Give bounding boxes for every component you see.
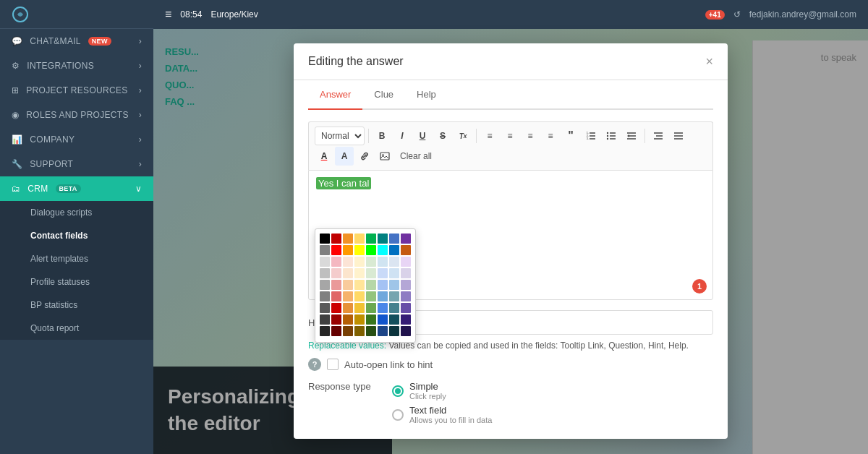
color-swatch[interactable] [389,245,399,255]
color-swatch[interactable] [320,245,330,255]
indent-right-button[interactable] [669,127,688,145]
color-swatch[interactable] [366,326,376,336]
color-swatch[interactable] [354,303,365,313]
color-swatch[interactable] [331,257,341,267]
color-swatch[interactable] [389,268,399,278]
align-center-button[interactable]: ≡ [501,127,519,145]
color-swatch[interactable] [378,291,388,301]
sidebar-item-chat-mail[interactable]: 💬 CHAT&MAIL NEW › [0,29,153,53]
image-button[interactable] [375,147,394,166]
radio-text-field[interactable] [392,409,404,421]
sidebar-sub-profile-statuses[interactable]: Profile statuses [0,270,153,294]
font-bg-button[interactable]: A [335,147,354,166]
color-swatch[interactable] [320,314,330,325]
color-swatch[interactable] [343,257,353,267]
justify-button[interactable]: ≡ [541,127,560,145]
sidebar-sub-dialogue-scripts[interactable]: Dialogue scripts [0,201,153,224]
color-swatch[interactable] [366,234,376,244]
radio-simple[interactable] [392,385,404,397]
color-swatch[interactable] [354,245,365,255]
indent-left-button[interactable] [649,127,668,145]
color-swatch[interactable] [343,245,353,255]
strikethrough-button[interactable]: S [433,127,452,145]
auto-open-checkbox[interactable] [327,359,339,370]
ol-button[interactable]: 1.2.3. [582,127,600,145]
color-swatch[interactable] [331,280,341,290]
blockquote-button[interactable]: " [561,127,580,145]
color-swatch[interactable] [331,234,341,244]
color-swatch[interactable] [331,268,341,278]
sidebar-sub-bp-statistics[interactable]: BP statistics [0,294,153,317]
color-swatch[interactable] [389,303,399,313]
link-button[interactable] [355,147,374,166]
editor-area[interactable]: Yes I can tal 1 [308,170,713,300]
hamburger-icon[interactable]: ≡ [165,8,171,21]
color-swatch[interactable] [401,280,411,290]
color-swatch[interactable] [401,326,411,336]
color-swatch[interactable] [378,303,388,313]
color-swatch[interactable] [331,291,341,301]
color-swatch[interactable] [354,291,365,301]
color-swatch[interactable] [320,268,330,278]
format-select[interactable]: Normal [315,127,365,145]
color-swatch[interactable] [354,280,365,290]
color-swatch[interactable] [366,314,376,325]
color-swatch[interactable] [366,268,376,278]
color-swatch[interactable] [401,257,411,267]
color-swatch[interactable] [378,257,388,267]
color-swatch[interactable] [343,234,353,244]
color-swatch[interactable] [366,291,376,301]
color-swatch[interactable] [401,234,411,244]
color-swatch[interactable] [366,245,376,255]
color-swatch[interactable] [366,257,376,267]
sidebar-item-integrations[interactable]: ⚙ INTEGRATIONS › [0,53,153,78]
color-swatch[interactable] [354,257,365,267]
color-swatch[interactable] [320,257,330,267]
color-swatch[interactable] [354,268,365,278]
color-swatch[interactable] [320,326,330,336]
color-swatch[interactable] [354,234,365,244]
sidebar-item-support[interactable]: 🔧 SUPPORT › [0,152,153,176]
outdent-button[interactable] [622,127,641,145]
color-swatch[interactable] [343,268,353,278]
sidebar-sub-alert-templates[interactable]: Alert templates [0,247,153,270]
tab-answer[interactable]: Answer [308,80,362,110]
underline-button[interactable]: U [413,127,432,145]
color-swatch[interactable] [389,257,399,267]
color-swatch[interactable] [389,314,399,325]
color-swatch[interactable] [378,245,388,255]
color-swatch[interactable] [378,280,388,290]
response-option-text-field[interactable]: Text field Allows you to fill in data [392,405,492,424]
color-swatch[interactable] [401,314,411,325]
sidebar-item-project-resources[interactable]: ⊞ PROJECT RESOURCES › [0,78,153,103]
color-swatch[interactable] [378,326,388,336]
sidebar-sub-quota-report[interactable]: Quota report [0,317,153,340]
clear-all-button[interactable]: Clear all [396,150,436,163]
hint-link-input[interactable] [392,310,713,335]
color-swatch[interactable] [320,291,330,301]
color-swatch[interactable] [366,303,376,313]
color-swatch[interactable] [389,234,399,244]
color-swatch[interactable] [378,314,388,325]
tab-clue[interactable]: Clue [362,80,405,110]
bold-button[interactable]: B [373,127,391,145]
color-swatch[interactable] [389,326,399,336]
color-swatch[interactable] [320,234,330,244]
color-swatch[interactable] [354,326,365,336]
color-swatch[interactable] [343,291,353,301]
color-swatch[interactable] [378,268,388,278]
color-swatch[interactable] [320,303,330,313]
tab-help[interactable]: Help [405,80,448,110]
color-swatch[interactable] [331,245,341,255]
color-swatch[interactable] [401,291,411,301]
color-swatch[interactable] [401,268,411,278]
color-swatch[interactable] [343,280,353,290]
sidebar-sub-contact-fields[interactable]: Contact fields [0,224,153,247]
color-swatch[interactable] [331,303,341,313]
sidebar-item-crm[interactable]: 🗂 CRM BETA ∨ [0,176,153,201]
sidebar-item-roles-projects[interactable]: ◉ ROLES AND PROJECTS › [0,103,153,127]
font-color-button[interactable]: A [315,147,333,166]
ul-button[interactable] [602,127,621,145]
color-swatch[interactable] [389,280,399,290]
color-swatch[interactable] [378,234,388,244]
